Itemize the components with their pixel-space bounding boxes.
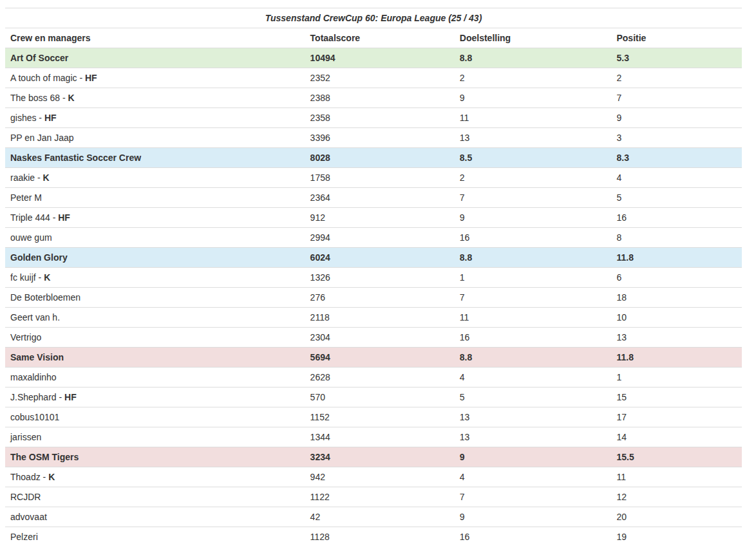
doelstelling-cell: 16	[455, 527, 612, 547]
totaalscore-cell: 10494	[305, 48, 455, 68]
column-header-totaalscore: Totaalscore	[305, 28, 455, 48]
totaalscore-cell: 2118	[305, 308, 455, 328]
totaalscore-cell: 2304	[305, 328, 455, 348]
name-suffix: HF	[85, 73, 97, 83]
column-header-doelstelling: Doelstelling	[455, 28, 612, 48]
name-cell: jarissen	[5, 427, 305, 447]
positie-cell: 11.8	[611, 348, 742, 368]
doelstelling-cell: 8.8	[455, 48, 612, 68]
name-cell: De Boterbloemen	[5, 288, 305, 308]
doelstelling-cell: 13	[455, 128, 612, 148]
positie-cell: 11	[611, 467, 742, 487]
name-suffix: K	[43, 173, 50, 183]
name-suffix: K	[68, 93, 75, 103]
totaalscore-cell: 8028	[305, 148, 455, 168]
name-suffix: HF	[44, 113, 57, 123]
doelstelling-cell: 9	[455, 507, 612, 527]
doelstelling-cell: 13	[455, 407, 612, 427]
totaalscore-cell: 942	[305, 467, 455, 487]
positie-cell: 14	[611, 427, 742, 447]
manager-row: gishes - HF2358119	[5, 108, 742, 128]
positie-cell: 19	[611, 527, 742, 547]
positie-cell: 2	[611, 68, 742, 88]
totaalscore-cell: 2358	[305, 108, 455, 128]
positie-cell: 12	[611, 487, 742, 507]
totaalscore-cell: 2352	[305, 68, 455, 88]
totaalscore-cell: 1122	[305, 487, 455, 507]
manager-row: The boss 68 - K238897	[5, 88, 742, 108]
totaalscore-cell: 3234	[305, 447, 455, 467]
name-cell: A touch of magic - HF	[5, 68, 305, 88]
totaalscore-cell: 570	[305, 388, 455, 407]
name-cell: Triple 444 - HF	[5, 208, 305, 228]
name-cell: ouwe gum	[5, 228, 305, 248]
manager-row: Triple 444 - HF912916	[5, 208, 742, 228]
table-header-row: Crew en managers Totaalscore Doelstellin…	[5, 28, 742, 48]
name-cell: advovaat	[5, 507, 305, 527]
manager-row: RCJDR1122712	[5, 487, 742, 507]
doelstelling-cell: 8.5	[455, 148, 612, 168]
name-cell: maxaldinho	[5, 368, 305, 388]
doelstelling-cell: 1	[455, 268, 612, 288]
totaalscore-cell: 6024	[305, 248, 455, 268]
doelstelling-cell: 7	[455, 188, 612, 208]
manager-row: fc kuijf - K132616	[5, 268, 742, 288]
name-cell: Geert van h.	[5, 308, 305, 328]
positie-cell: 10	[611, 308, 742, 328]
manager-row: A touch of magic - HF235222	[5, 68, 742, 88]
name-cell: raakie - K	[5, 168, 305, 188]
name-cell: gishes - HF	[5, 108, 305, 128]
name-cell: The OSM Tigers	[5, 447, 305, 467]
doelstelling-cell: 2	[455, 168, 612, 188]
name-cell: RCJDR	[5, 487, 305, 507]
positie-cell: 16	[611, 208, 742, 228]
name-cell: J.Shephard - HF	[5, 388, 305, 407]
name-cell: Thoadz - K	[5, 467, 305, 487]
standings-page: Tussenstand CrewCup 60: Europa League (2…	[5, 8, 742, 546]
manager-row: cobus1010111521317	[5, 407, 742, 427]
doelstelling-cell: 13	[455, 427, 612, 447]
positie-cell: 18	[611, 288, 742, 308]
name-cell: Vertrigo	[5, 328, 305, 348]
doelstelling-cell: 16	[455, 228, 612, 248]
totaalscore-cell: 1344	[305, 427, 455, 447]
doelstelling-cell: 11	[455, 308, 612, 328]
name-cell: Peter M	[5, 188, 305, 208]
positie-cell: 7	[611, 88, 742, 108]
positie-cell: 9	[611, 108, 742, 128]
totaalscore-cell: 1152	[305, 407, 455, 427]
totaalscore-cell: 5694	[305, 348, 455, 368]
name-suffix: HF	[58, 212, 70, 223]
doelstelling-cell: 16	[455, 328, 612, 348]
crew-row: Art Of Soccer104948.85.3	[5, 48, 742, 68]
crew-row: The OSM Tigers3234915.5	[5, 447, 742, 467]
manager-row: raakie - K175824	[5, 168, 742, 188]
doelstelling-cell: 7	[455, 487, 612, 507]
positie-cell: 8	[611, 228, 742, 248]
totaalscore-cell: 2628	[305, 368, 455, 388]
manager-row: De Boterbloemen276718	[5, 288, 742, 308]
name-cell: The boss 68 - K	[5, 88, 305, 108]
manager-row: jarissen13441314	[5, 427, 742, 447]
doelstelling-cell: 7	[455, 288, 612, 308]
manager-row: PP en Jan Jaap3396133	[5, 128, 742, 148]
positie-cell: 1	[611, 368, 742, 388]
doelstelling-cell: 4	[455, 467, 612, 487]
totaalscore-cell: 3396	[305, 128, 455, 148]
column-header-positie: Positie	[611, 28, 742, 48]
name-suffix: K	[44, 272, 50, 283]
doelstelling-cell: 4	[455, 368, 612, 388]
positie-cell: 5	[611, 188, 742, 208]
manager-row: Peter M236475	[5, 188, 742, 208]
positie-cell: 3	[611, 128, 742, 148]
totaalscore-cell: 1128	[305, 527, 455, 547]
positie-cell: 15.5	[611, 447, 742, 467]
doelstelling-cell: 9	[455, 88, 612, 108]
positie-cell: 15	[611, 388, 742, 407]
name-cell: Same Vision	[5, 348, 305, 368]
totaalscore-cell: 2388	[305, 88, 455, 108]
manager-row: ouwe gum2994168	[5, 228, 742, 248]
positie-cell: 5.3	[611, 48, 742, 68]
manager-row: Geert van h.21181110	[5, 308, 742, 328]
totaalscore-cell: 42	[305, 507, 455, 527]
